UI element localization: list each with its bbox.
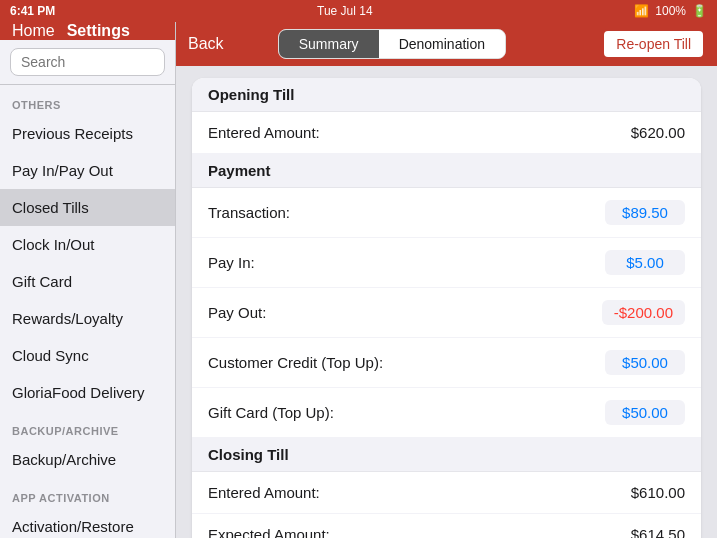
- payment-title: Payment: [192, 154, 701, 188]
- sidebar-item-gloriafood[interactable]: GloriaFood Delivery: [0, 374, 175, 411]
- transaction-row: Transaction: $89.50: [192, 188, 701, 238]
- closing-entered-amount-row: Entered Amount: $610.00: [192, 472, 701, 514]
- tab-group: Summary Denomination: [278, 29, 506, 59]
- battery-icon: 🔋: [692, 4, 707, 18]
- pay-in-label: Pay In:: [208, 254, 255, 271]
- sidebar-item-clock-in-out[interactable]: Clock In/Out: [0, 226, 175, 263]
- customer-credit-row: Customer Credit (Top Up): $50.00: [192, 338, 701, 388]
- closing-entered-value: $610.00: [631, 484, 685, 501]
- tab-denomination[interactable]: Denomination: [379, 30, 505, 58]
- transaction-label: Transaction:: [208, 204, 290, 221]
- sidebar-item-activation-restore[interactable]: Activation/Restore: [0, 508, 175, 538]
- status-bar: 6:41 PM Tue Jul 14 📶 100% 🔋: [0, 0, 717, 22]
- opening-entered-value: $620.00: [631, 124, 685, 141]
- expected-amount-row: Expected Amount: $614.50: [192, 514, 701, 538]
- sidebar-item-pay-in-out[interactable]: Pay In/Pay Out: [0, 152, 175, 189]
- closing-till-title: Closing Till: [192, 438, 701, 472]
- opening-till-title: Opening Till: [192, 78, 701, 112]
- status-right: 📶 100% 🔋: [634, 4, 707, 18]
- sidebar-item-closed-tills[interactable]: Closed Tills: [0, 189, 175, 226]
- sidebar-top-nav: Home Settings: [0, 22, 175, 40]
- sidebar-item-previous-receipts[interactable]: Previous Receipts: [0, 115, 175, 152]
- nav-home[interactable]: Home: [12, 22, 55, 40]
- expected-value: $614.50: [631, 526, 685, 538]
- nav-settings[interactable]: Settings: [67, 22, 130, 40]
- tab-summary[interactable]: Summary: [279, 30, 379, 58]
- gift-card-topup-label: Gift Card (Top Up):: [208, 404, 334, 421]
- battery-level: 100%: [655, 4, 686, 18]
- pay-out-label: Pay Out:: [208, 304, 266, 321]
- till-card: Opening Till Entered Amount: $620.00 Pay…: [192, 78, 701, 538]
- pay-out-row: Pay Out: -$200.00: [192, 288, 701, 338]
- wifi-icon: 📶: [634, 4, 649, 18]
- sidebar-item-rewards-loyalty[interactable]: Rewards/Loyalty: [0, 300, 175, 337]
- gift-card-topup-row: Gift Card (Top Up): $50.00: [192, 388, 701, 438]
- search-input[interactable]: [10, 48, 165, 76]
- sidebar-item-backup-archive[interactable]: Backup/Archive: [0, 441, 175, 478]
- status-time: 6:41 PM: [10, 4, 55, 18]
- opening-entered-amount-row: Entered Amount: $620.00: [192, 112, 701, 154]
- sidebar-item-gift-card[interactable]: Gift Card: [0, 263, 175, 300]
- customer-credit-label: Customer Credit (Top Up):: [208, 354, 383, 371]
- search-container: [0, 40, 175, 85]
- transaction-value: $89.50: [605, 200, 685, 225]
- section-header-others: OTHERS: [0, 85, 175, 115]
- sidebar: Home Settings OTHERS Previous Receipts P…: [0, 22, 176, 538]
- pay-out-value: -$200.00: [602, 300, 685, 325]
- status-date: Tue Jul 14: [317, 4, 373, 18]
- pay-in-row: Pay In: $5.00: [192, 238, 701, 288]
- pay-in-value: $5.00: [605, 250, 685, 275]
- sidebar-item-cloud-sync[interactable]: Cloud Sync: [0, 337, 175, 374]
- closing-entered-label: Entered Amount:: [208, 484, 320, 501]
- reopen-till-button[interactable]: Re-open Till: [602, 29, 705, 59]
- section-header-activation: APP ACTIVATION: [0, 478, 175, 508]
- expected-label: Expected Amount:: [208, 526, 330, 538]
- content-header: Back Summary Denomination Re-open Till: [176, 22, 717, 66]
- back-button[interactable]: Back: [188, 35, 224, 53]
- scroll-content: Opening Till Entered Amount: $620.00 Pay…: [176, 66, 717, 538]
- main-content: Back Summary Denomination Re-open Till O…: [176, 22, 717, 538]
- gift-card-topup-value: $50.00: [605, 400, 685, 425]
- opening-entered-label: Entered Amount:: [208, 124, 320, 141]
- section-header-backup: BACKUP/ARCHIVE: [0, 411, 175, 441]
- customer-credit-value: $50.00: [605, 350, 685, 375]
